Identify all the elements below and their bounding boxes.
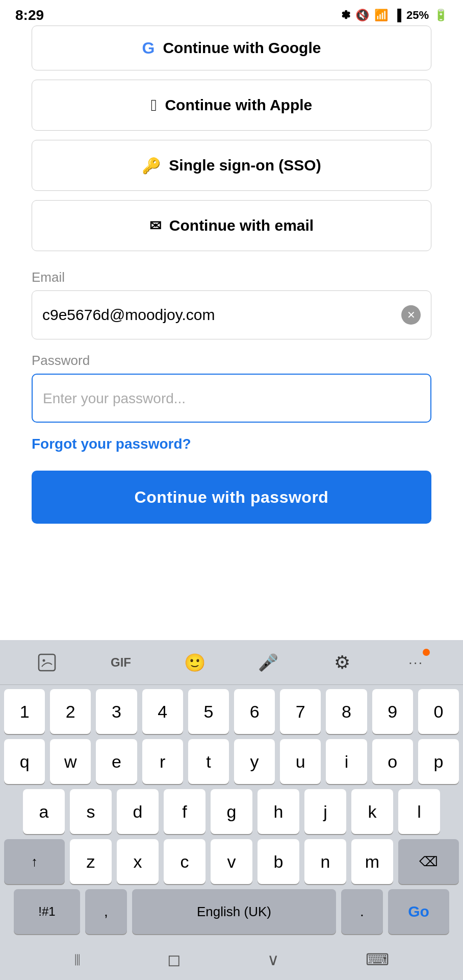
battery-percent: 25% (406, 9, 429, 22)
sticker-icon[interactable] (29, 645, 65, 680)
password-input[interactable] (43, 375, 395, 422)
sso-button-label: Single sign-on (SSO) (169, 157, 321, 174)
key-icon: 🔑 (142, 157, 161, 175)
svg-point-1 (43, 659, 45, 662)
key-g[interactable]: g (211, 789, 252, 834)
bottom-row: !#1 , English (UK) . Go (4, 889, 459, 934)
key-3[interactable]: 3 (96, 689, 137, 734)
shift-key[interactable]: ↑ (4, 839, 65, 884)
apple-signin-button[interactable]:  Continue with Apple (32, 80, 431, 131)
microphone-icon[interactable]: 🎤 (250, 645, 286, 680)
key-r[interactable]: r (142, 739, 183, 784)
sso-signin-button[interactable]: 🔑 Single sign-on (SSO) (32, 140, 431, 191)
emoji-icon[interactable]: 🙂 (177, 645, 213, 680)
email-button-label: Continue with email (169, 217, 314, 234)
key-s[interactable]: s (70, 789, 112, 834)
key-7[interactable]: 7 (280, 689, 321, 734)
gif-icon[interactable]: GIF (103, 645, 139, 680)
clear-email-button[interactable]: ✕ (401, 305, 421, 325)
key-y[interactable]: y (234, 739, 275, 784)
keyboard-rows: 1 2 3 4 5 6 7 8 9 0 q w e r t y u i o p … (0, 685, 463, 934)
key-b[interactable]: b (258, 839, 299, 884)
key-w[interactable]: w (50, 739, 91, 784)
key-o[interactable]: o (372, 739, 413, 784)
asdf-row: a s d f g h j k l (4, 789, 459, 834)
key-l[interactable]: l (398, 789, 440, 834)
key-e[interactable]: e (96, 739, 137, 784)
recents-nav-icon[interactable]: ∨ (267, 950, 279, 969)
key-p[interactable]: p (418, 739, 459, 784)
key-0[interactable]: 0 (418, 689, 459, 734)
back-nav-icon[interactable]: ⦀ (74, 950, 81, 969)
email-field-container[interactable]: ✕ (32, 290, 431, 339)
key-f[interactable]: f (164, 789, 205, 834)
mute-icon: 🔇 (355, 9, 369, 22)
period-key[interactable]: . (341, 889, 383, 934)
more-options-icon[interactable]: ··· (398, 645, 434, 680)
login-form: Email ✕ Password Forgot your password? C… (32, 270, 431, 524)
key-c[interactable]: c (164, 839, 205, 884)
key-z[interactable]: z (70, 839, 112, 884)
keyboard-bottom-bar: ⦀ ◻ ∨ ⌨ (0, 939, 463, 980)
key-8[interactable]: 8 (326, 689, 367, 734)
email-signin-button[interactable]: ✉ Continue with email (32, 200, 431, 251)
go-key[interactable]: Go (388, 889, 449, 934)
key-n[interactable]: n (304, 839, 346, 884)
key-d[interactable]: d (117, 789, 159, 834)
password-label: Password (32, 353, 431, 369)
password-field-container[interactable] (32, 374, 431, 423)
email-input[interactable] (42, 291, 395, 339)
status-time: 8:29 (15, 7, 44, 23)
keyboard-hide-icon[interactable]: ⌨ (366, 950, 389, 969)
qwerty-row: q w e r t y u i o p (4, 739, 459, 784)
key-u[interactable]: u (280, 739, 321, 784)
status-icons: ✽ 🔇 📶 ▐ 25% 🔋 (341, 9, 448, 22)
signal-icon: ▐ (393, 9, 401, 22)
key-h[interactable]: h (258, 789, 299, 834)
key-x[interactable]: x (117, 839, 159, 884)
apple-button-label: Continue with Apple (165, 96, 312, 114)
key-i[interactable]: i (326, 739, 367, 784)
key-6[interactable]: 6 (234, 689, 275, 734)
keyboard-toolbar: GIF 🙂 🎤 ⚙ ··· (0, 640, 463, 685)
backspace-key[interactable]: ⌫ (398, 839, 459, 884)
virtual-keyboard: GIF 🙂 🎤 ⚙ ··· 1 2 3 4 5 6 7 8 9 0 q w e … (0, 640, 463, 980)
notification-dot (423, 649, 430, 656)
battery-icon: 🔋 (434, 9, 448, 22)
main-content: G Continue with Google  Continue with A… (0, 31, 463, 524)
home-nav-icon[interactable]: ◻ (167, 950, 181, 969)
key-9[interactable]: 9 (372, 689, 413, 734)
key-t[interactable]: t (188, 739, 229, 784)
comma-key[interactable]: , (85, 889, 127, 934)
wifi-icon: 📶 (374, 9, 388, 22)
key-k[interactable]: k (351, 789, 393, 834)
google-button-label: Continue with Google (163, 39, 321, 57)
zxcv-row: ↑ z x c v b n m ⌫ (4, 839, 459, 884)
google-signin-button[interactable]: G Continue with Google (32, 26, 431, 70)
email-icon: ✉ (149, 217, 161, 234)
apple-icon:  (151, 96, 157, 115)
key-m[interactable]: m (351, 839, 393, 884)
google-icon: G (142, 39, 155, 58)
space-key[interactable]: English (UK) (132, 889, 336, 934)
key-5[interactable]: 5 (188, 689, 229, 734)
key-2[interactable]: 2 (50, 689, 91, 734)
continue-with-password-button[interactable]: Continue with password (32, 471, 431, 524)
symbols-key[interactable]: !#1 (14, 889, 80, 934)
bluetooth-icon: ✽ (341, 9, 350, 22)
key-v[interactable]: v (211, 839, 252, 884)
key-j[interactable]: j (304, 789, 346, 834)
key-1[interactable]: 1 (4, 689, 45, 734)
key-a[interactable]: a (23, 789, 65, 834)
key-4[interactable]: 4 (142, 689, 183, 734)
settings-icon[interactable]: ⚙ (324, 645, 360, 680)
forgot-password-link[interactable]: Forgot your password? (32, 436, 191, 452)
number-row: 1 2 3 4 5 6 7 8 9 0 (4, 689, 459, 734)
key-q[interactable]: q (4, 739, 45, 784)
email-label: Email (32, 270, 431, 285)
